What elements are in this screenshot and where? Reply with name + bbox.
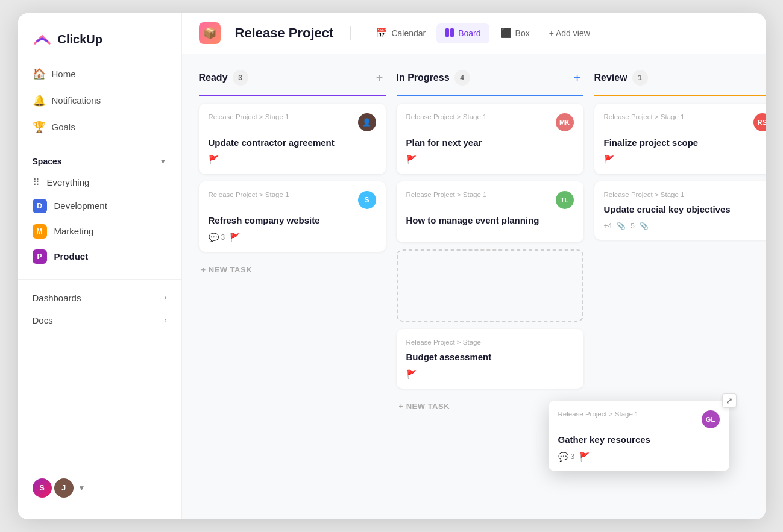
add-view-label: + Add view (549, 28, 590, 38)
project-icon: 📦 (199, 22, 221, 44)
tab-board[interactable]: Board (436, 23, 489, 43)
card6-avatar: RS (753, 113, 766, 131)
card7-clips: 5 (630, 222, 635, 230)
spaces-title: Spaces (33, 157, 62, 166)
card5-flag-icon: 🚩 (406, 369, 417, 379)
sidebar-item-home[interactable]: 🏠 Home (25, 61, 174, 87)
ready-new-task[interactable]: + NEW TASK (199, 259, 386, 280)
sidebar-goals-label: Goals (52, 122, 75, 132)
product-badge: P (33, 249, 47, 264)
sidebar-item-marketing[interactable]: M Marketing (25, 219, 174, 244)
main-content: 📦 Release Project 📅 Calendar Board (182, 13, 766, 519)
sidebar-notifications-label: Notifications (52, 95, 101, 105)
card2-avatar: S (358, 191, 376, 209)
card4-avatar: TL (556, 191, 574, 209)
bottom-nav: Dashboards › Docs › (18, 279, 181, 331)
card2-flag-icon: 🚩 (230, 233, 240, 242)
card3-flag-icon: 🚩 (406, 155, 417, 164)
inprogress-add-button[interactable]: + (571, 69, 583, 87)
tab-box[interactable]: ⬛ Box (492, 23, 538, 43)
sidebar-item-docs[interactable]: Docs › (25, 309, 174, 331)
card-budget-assessment[interactable]: Release Project > Stage Budget assessmen… (397, 329, 583, 389)
sidebar-item-goals[interactable]: 🏆 Goals (25, 114, 174, 140)
card7-project: Release Project > Stage 1 (604, 191, 766, 198)
card2-comment-count: 3 (221, 233, 225, 242)
sidebar-item-product[interactable]: P Product (25, 244, 174, 269)
user-avatars[interactable]: S J ▼ (33, 478, 86, 498)
card3-avatar: MK (556, 113, 574, 131)
card1-project: Release Project > Stage 1 (209, 113, 358, 120)
card2-title: Refresh company website (209, 214, 376, 227)
card-event-planning[interactable]: Release Project > Stage 1 TL How to mana… (397, 181, 583, 242)
app-name: ClickUp (58, 33, 102, 46)
development-badge: D (33, 199, 47, 213)
card-update-objectives[interactable]: Release Project > Stage 1 Update crucial… (594, 181, 766, 240)
sidebar: ClickUp 🏠 Home 🔔 Notifications 🏆 Goals S… (18, 13, 182, 519)
tab-calendar[interactable]: 📅 Calendar (368, 23, 434, 43)
view-tabs: 📅 Calendar Board ⬛ Box (368, 23, 598, 43)
board-wrapper: Ready 3 + Release Project > Stage 1 👤 Up… (182, 54, 766, 519)
card3-title: Plan for next year (406, 136, 574, 149)
add-view-button[interactable]: + Add view (541, 24, 599, 42)
card1-avatar: 👤 (358, 113, 376, 131)
notifications-icon: 🔔 (33, 94, 45, 107)
ready-add-button[interactable]: + (374, 69, 386, 87)
card1-flag-icon: 🚩 (209, 155, 219, 164)
floating-card[interactable]: ⤢ Release Project > Stage 1 GL Gather ke… (549, 401, 729, 471)
sidebar-item-everything[interactable]: ⠿ Everything (25, 171, 174, 193)
home-icon: 🏠 (33, 67, 45, 81)
dashboards-chevron-icon: › (165, 293, 167, 302)
card3-project: Release Project > Stage 1 (406, 113, 556, 120)
column-header-ready: Ready 3 + (199, 69, 386, 96)
drop-zone (397, 249, 583, 322)
svg-rect-0 (445, 28, 449, 37)
floating-card-flag-icon: 🚩 (579, 452, 590, 462)
card5-title: Budget assessment (406, 351, 574, 363)
floating-card-comments: 💬 3 (558, 452, 575, 462)
card4-project: Release Project > Stage 1 (406, 191, 556, 198)
card-finalize-scope[interactable]: Release Project > Stage 1 RS Finalize pr… (594, 104, 766, 174)
card-plan-next-year[interactable]: Release Project > Stage 1 MK Plan for ne… (397, 104, 583, 174)
dashboards-label: Dashboards (33, 293, 81, 303)
card3-top: Release Project > Stage 1 MK (406, 113, 574, 131)
box-label: Box (515, 28, 530, 38)
ready-title: Ready (199, 72, 228, 83)
review-title: Review (594, 72, 627, 83)
card4-top: Release Project > Stage 1 TL (406, 191, 574, 209)
card6-footer: 🚩 (604, 155, 766, 164)
docs-label: Docs (33, 315, 53, 325)
ready-title-area: Ready 3 (199, 70, 248, 86)
inprogress-count: 4 (454, 70, 470, 86)
floating-card-project: Release Project > Stage 1 (558, 410, 702, 418)
drag-handle-icon: ⤢ (722, 393, 737, 408)
card-update-contractor[interactable]: Release Project > Stage 1 👤 Update contr… (199, 104, 386, 174)
product-label: Product (54, 251, 89, 261)
user-avatar-2: J (54, 478, 74, 498)
card2-top: Release Project > Stage 1 S (209, 191, 376, 209)
calendar-label: Calendar (391, 28, 426, 38)
development-label: Development (54, 201, 107, 211)
board: Ready 3 + Release Project > Stage 1 👤 Up… (182, 54, 766, 431)
card2-project: Release Project > Stage 1 (209, 191, 358, 198)
card-refresh-website[interactable]: Release Project > Stage 1 S Refresh comp… (199, 181, 386, 252)
goals-icon: 🏆 (33, 120, 45, 134)
sidebar-item-notifications[interactable]: 🔔 Notifications (25, 88, 174, 113)
card1-footer: 🚩 (209, 155, 376, 164)
sidebar-item-development[interactable]: D Development (25, 193, 174, 219)
spaces-chevron-icon: ▼ (160, 157, 167, 166)
sidebar-footer: S J ▼ (18, 469, 181, 507)
floating-card-title: Gather key resources (558, 433, 720, 446)
sidebar-item-dashboards[interactable]: Dashboards › (25, 287, 174, 309)
board-label: Board (458, 28, 480, 38)
card3-footer: 🚩 (406, 155, 574, 164)
clickup-logo-icon (33, 30, 52, 49)
everything-label: Everything (47, 177, 90, 187)
column-header-review: Review 1 + (594, 69, 766, 96)
spaces-header[interactable]: Spaces ▼ (25, 152, 174, 171)
everything-grid-icon: ⠿ (33, 177, 40, 188)
spaces-section: Spaces ▼ ⠿ Everything D Development M Ma… (18, 152, 181, 269)
svg-rect-1 (450, 28, 454, 37)
ready-count: 3 (233, 70, 248, 86)
project-title: Release Project (235, 25, 334, 41)
card1-title: Update contractor agreement (209, 136, 376, 149)
